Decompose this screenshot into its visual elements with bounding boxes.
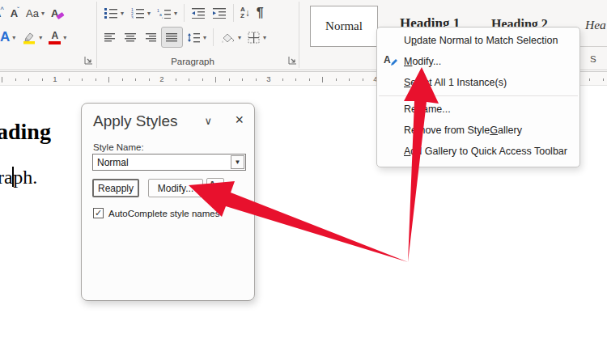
style-name-combobox[interactable]: Normal ▼ <box>92 154 246 171</box>
ruler-number: 3 <box>266 74 270 83</box>
paragraph-group-label: Paragraph <box>171 57 214 66</box>
line-spacing-button[interactable]: ▾ <box>183 27 210 48</box>
close-icon[interactable]: × <box>235 112 244 129</box>
document-heading-text: ading <box>0 119 51 145</box>
toolbar-divider <box>233 4 234 22</box>
text-effects-button[interactable]: A▾ <box>0 27 19 48</box>
font-group-row2: A▾▾A▾ <box>0 27 70 48</box>
styles-pane-button[interactable]: AA <box>206 178 224 197</box>
numbering-button[interactable]: 123▾ <box>127 2 154 23</box>
paragraph-dialog-launcher-icon[interactable] <box>288 56 298 66</box>
align-right-button[interactable] <box>141 27 161 48</box>
ruler-tick <box>202 78 203 81</box>
ruler-tick <box>603 78 604 81</box>
ruler-tick <box>176 78 176 81</box>
menu-item-update-normal-to-match-selec[interactable]: Update Normal to Match Selection <box>377 30 579 51</box>
modify-style-icon: A <box>384 54 400 69</box>
justify-button[interactable] <box>161 27 183 48</box>
chevron-down-icon: ▾ <box>39 34 42 41</box>
ruler-tick <box>122 78 123 81</box>
line-spacing-icon <box>186 32 201 44</box>
change-case-icon: Aa <box>26 7 39 19</box>
dropdown-arrow-icon: ▼ <box>235 159 241 166</box>
grow-font-icon: A^ <box>0 7 4 19</box>
text-highlight-color-button[interactable]: ▾ <box>19 27 45 48</box>
ruler-tick <box>82 78 83 81</box>
ruler-number: 1 <box>53 74 57 83</box>
show-formatting-marks-button[interactable]: ¶ <box>253 2 267 23</box>
bullets-button[interactable]: ▾ <box>100 2 127 23</box>
gallery-bottom-divider <box>580 46 607 47</box>
chevron-down-icon: ▾ <box>12 34 15 41</box>
menu-item-modify[interactable]: AModify... <box>377 51 579 72</box>
combobox-dropdown-button[interactable]: ▼ <box>231 155 244 169</box>
ruler-half-tick <box>215 77 216 83</box>
increase-indent-icon <box>212 7 227 19</box>
ruler-tick <box>69 78 70 81</box>
menu-separator <box>379 95 578 96</box>
font-dialog-launcher-icon[interactable] <box>84 56 94 66</box>
chevron-down-icon: ▾ <box>63 34 66 41</box>
document-paragraph-text: raph. <box>0 167 37 188</box>
style-gallery-item-normal[interactable]: Normal <box>310 6 378 47</box>
toolbar-divider <box>184 4 185 22</box>
chevron-down-icon[interactable]: ∨ <box>204 115 212 127</box>
dialog-title: Apply Styles <box>93 112 178 130</box>
ruler-tick <box>589 78 590 81</box>
paragraph-group-row2: ▾▾▾ <box>100 27 270 48</box>
menu-item-remove-from-style-gallery[interactable]: Remove from Style Gallery <box>377 120 579 141</box>
text-highlight-color-icon <box>22 31 36 44</box>
shrink-font-icon: Aˇ <box>11 7 19 19</box>
numbering-icon: 123 <box>130 7 145 19</box>
ruler-tick <box>336 78 337 81</box>
apply-styles-dialog: Apply Styles ∨ × Style Name: Normal ▼ Re… <box>81 103 255 301</box>
shrink-font-button[interactable]: Aˇ <box>7 2 23 23</box>
clear-formatting-button[interactable]: A <box>48 2 67 23</box>
font-color-button[interactable]: A▾ <box>45 27 70 48</box>
grow-font-button[interactable]: A^ <box>0 2 7 23</box>
font-group-row1: A^AˇAa▾A <box>0 2 67 23</box>
ruler-tick <box>135 78 136 81</box>
chevron-down-icon: ▾ <box>147 10 151 17</box>
borders-icon <box>248 32 261 44</box>
ruler-tick <box>242 78 243 81</box>
bullets-icon <box>104 7 118 19</box>
sort-button[interactable]: AZ↓ <box>237 2 253 23</box>
shading-button[interactable]: ▾ <box>217 27 244 48</box>
align-left-button[interactable] <box>100 27 121 48</box>
menu-item-select-all-instance-s[interactable]: Select All 1 Instance(s) <box>377 72 579 93</box>
menu-item-rename[interactable]: Rename... <box>377 99 579 120</box>
chevron-down-icon: ▾ <box>203 34 206 41</box>
chevron-down-icon: ▾ <box>263 34 266 41</box>
autocomplete-checkbox-row[interactable]: ✓ AutoComplete style names <box>93 208 219 218</box>
ruler-tick <box>295 78 296 81</box>
style-gallery-item-heading3[interactable]: Hea <box>585 18 606 32</box>
borders-button[interactable]: ▾ <box>244 27 270 48</box>
reapply-button[interactable]: Reapply <box>92 179 139 197</box>
ruler-tick <box>149 78 150 81</box>
ruler-tick <box>282 78 283 81</box>
ruler-tick <box>256 78 257 81</box>
chevron-down-icon: ▾ <box>174 10 177 17</box>
ruler-tick <box>309 78 310 81</box>
ruler-tick <box>96 78 96 81</box>
decrease-indent-button[interactable] <box>188 2 209 23</box>
style-name-label: Style Name: <box>93 142 144 152</box>
align-center-button[interactable] <box>121 27 141 48</box>
increase-indent-button[interactable] <box>209 2 230 23</box>
modify-button[interactable]: Modify... <box>148 179 203 197</box>
group-separator <box>96 2 97 68</box>
sort-icon: AZ↓ <box>240 6 250 19</box>
checkbox-checked-icon[interactable]: ✓ <box>93 208 104 218</box>
change-case-button[interactable]: Aa▾ <box>23 2 48 23</box>
shading-icon <box>220 32 236 44</box>
align-left-icon <box>104 32 117 43</box>
style-context-menu: Update Normal to Match SelectionAModify.… <box>376 27 580 167</box>
multilevel-list-button[interactable]: 1ai▾ <box>154 2 180 23</box>
group-separator <box>299 2 299 68</box>
ruler-tick <box>28 78 29 81</box>
svg-text:i: i <box>162 16 163 19</box>
chevron-down-icon: ▾ <box>121 10 124 17</box>
menu-item-add-gallery-to-quick-access-[interactable]: Add Gallery to Quick Access Toolbar <box>377 141 579 162</box>
toolbar-divider <box>213 28 214 46</box>
